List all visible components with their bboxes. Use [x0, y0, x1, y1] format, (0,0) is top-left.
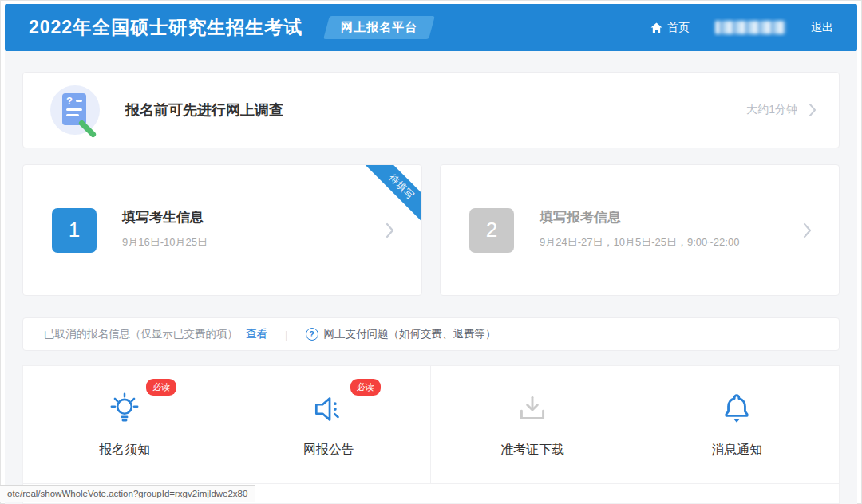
step-number-badge: 2 [469, 208, 514, 253]
header-nav: 首页 退出 [650, 21, 833, 35]
nav-home[interactable]: 首页 [650, 21, 690, 35]
survey-title: 报名前可先进行网上调查 [125, 100, 283, 120]
browser-status-url: ote/real/showWholeVote.action?groupId=rx… [0, 485, 255, 502]
download-icon [514, 392, 551, 427]
shortcut-label: 报名须知 [99, 442, 150, 459]
username-redacted[interactable] [715, 21, 785, 34]
nav-home-label: 首页 [667, 21, 690, 35]
shortcut-signup-notes[interactable]: 必读 报名须知 [23, 366, 227, 483]
chevron-right-icon [803, 222, 812, 238]
app-header: 2022年全国硕士研究生招生考试 网上报名平台 首页 退出 [5, 4, 857, 51]
shortcut-online-announcements[interactable]: 必读 网报公告 [227, 366, 432, 483]
page-content: ? 报名前可先进行网上调查 大约1分钟 1 填写考生信息 9月16日-10月25… [5, 51, 857, 504]
must-read-badge: 必读 [350, 379, 381, 396]
chevron-right-icon [386, 222, 394, 238]
view-link[interactable]: 查看 [246, 327, 267, 341]
platform-badge: 网上报名平台 [323, 16, 435, 39]
step-card-candidate-info[interactable]: 1 填写考生信息 9月16日-10月25日 待填写 [22, 164, 422, 296]
pending-ribbon: 待填写 [363, 164, 422, 226]
step-title: 填写报考信息 [540, 208, 739, 226]
step-title: 填写考生信息 [122, 208, 208, 226]
megaphone-icon [310, 392, 347, 427]
steps-row: 1 填写考生信息 9月16日-10月25日 待填写 2 填写报考信息 9月24日… [22, 164, 840, 296]
divider: | [285, 329, 288, 341]
must-read-badge: 必读 [146, 379, 176, 396]
platform-badge-label: 网上报名平台 [341, 20, 417, 35]
shortcut-label: 消息通知 [711, 442, 762, 459]
shortcut-label: 网报公告 [303, 442, 354, 459]
page-title: 2022年全国硕士研究生招生考试 [29, 15, 302, 40]
survey-banner[interactable]: ? 报名前可先进行网上调查 大约1分钟 [22, 72, 840, 148]
step-number-badge: 1 [52, 208, 97, 253]
survey-document-icon: ? [50, 85, 100, 135]
shortcuts-grid: 必读 报名须知 必读 网报公告 [22, 365, 840, 504]
survey-duration: 大约1分钟 [746, 103, 797, 117]
shortcut-message-notifications[interactable]: 消息通知 [635, 366, 840, 483]
pencil-icon [77, 119, 97, 138]
bell-icon [718, 392, 755, 427]
home-icon [650, 22, 662, 33]
notice-bar: 已取消的报名信息（仅显示已交费的项） 查看 | ? 网上支付问题（如何交费、退费… [22, 317, 840, 351]
shortcut-label: 准考证下载 [500, 442, 564, 459]
chevron-right-icon [809, 103, 817, 117]
shortcut-admission-ticket-download[interactable]: 准考证下载 [431, 366, 635, 483]
lightbulb-icon [106, 392, 143, 427]
cancelled-info-text: 已取消的报名信息（仅显示已交费的项） [44, 327, 238, 341]
logout-button[interactable]: 退出 [811, 21, 833, 35]
question-circle-icon: ? [306, 328, 318, 341]
payment-help-item[interactable]: ? 网上支付问题（如何交费、退费等） [306, 327, 496, 341]
step-card-application-info[interactable]: 2 填写报考信息 9月24日-27日，10月5日-25日，9:00~22:00 [440, 164, 840, 296]
step-date: 9月16日-10月25日 [122, 235, 208, 250]
payment-help-text: 网上支付问题（如何交费、退费等） [324, 327, 496, 341]
step-date: 9月24日-27日，10月5日-25日，9:00~22:00 [540, 235, 739, 250]
